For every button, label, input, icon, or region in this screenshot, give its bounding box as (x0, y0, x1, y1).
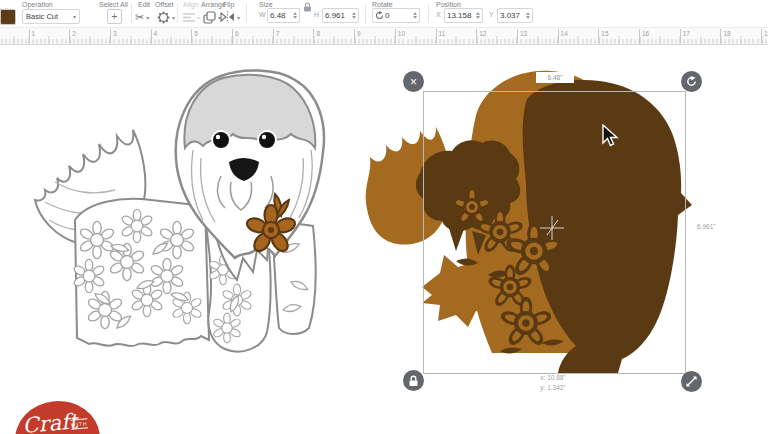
logo-word-with: with (70, 418, 88, 429)
stepper-icon[interactable] (352, 12, 356, 19)
position-y-input[interactable] (500, 11, 525, 20)
ruler-number: 8 (313, 29, 320, 43)
operation-value: Basic Cut (26, 12, 58, 21)
chevron-down-icon: ▾ (73, 13, 76, 20)
chevron-down-icon: ▾ (146, 14, 149, 21)
dog-eye-right (259, 132, 275, 148)
selection-x-label: x: 10.88" (540, 374, 565, 381)
ruler-number: 15 (598, 29, 608, 43)
dog-eye-left (213, 132, 229, 148)
flip-label: Flip (223, 1, 234, 8)
ruler-number: 6 (232, 29, 239, 43)
toolbar-divider (131, 4, 132, 23)
chevron-down-icon: ▾ (172, 14, 175, 21)
width-field[interactable] (267, 8, 300, 23)
lock-handle[interactable] (403, 370, 424, 391)
selection-height-label: 6.961" (697, 223, 716, 230)
select-all-button[interactable]: + (107, 9, 122, 24)
lock-icon (408, 375, 419, 387)
x-prefix: X (436, 11, 441, 18)
operation-label: Operation (22, 1, 53, 8)
offset-icon (157, 11, 170, 24)
operation-dropdown[interactable]: Basic Cut ▾ (22, 9, 80, 24)
toolbar-divider (365, 4, 366, 23)
flip-button[interactable]: ▾ (220, 9, 240, 25)
toolbar-divider (246, 4, 247, 23)
height-field[interactable] (322, 8, 359, 23)
rotate-input[interactable] (385, 11, 412, 20)
y-prefix: Y (489, 11, 494, 18)
ruler-number: 9 (354, 29, 361, 43)
ruler-number: 2 (69, 29, 76, 43)
color-swatch[interactable] (0, 9, 16, 25)
edit-toolbar: Operation Basic Cut ▾ Select All + Edit … (0, 0, 768, 27)
close-icon: × (410, 76, 417, 88)
ruler-number: 1 (29, 29, 36, 43)
resize-arrows-icon (686, 376, 697, 387)
dog-body-mandala (73, 199, 209, 346)
ruler-number: 7 (273, 29, 280, 43)
rotate-arrow-icon (686, 76, 697, 87)
align-button[interactable]: ▾ (183, 9, 200, 25)
ruler-number: 4 (151, 29, 158, 43)
scissors-icon: ✂ (135, 12, 144, 23)
chevron-down-icon: ▾ (197, 14, 200, 21)
ruler-number: 12 (476, 29, 486, 43)
stepper-icon[interactable] (413, 12, 417, 19)
stepper-icon[interactable] (526, 12, 530, 19)
delete-handle[interactable]: × (403, 71, 424, 92)
craft-with-sarah-logo: Craft with Sarah (12, 397, 103, 434)
rotate-field[interactable] (372, 8, 420, 23)
position-label: Position (436, 1, 461, 8)
ruler-number: 11 (436, 29, 446, 43)
width-prefix: W (259, 11, 266, 18)
dog-design-white[interactable] (25, 50, 355, 375)
arrange-icon (203, 11, 216, 24)
arrange-button[interactable]: ▾ (203, 9, 221, 25)
ruler-number: 14 (558, 29, 568, 43)
height-prefix: H (314, 11, 319, 18)
selection-y-label: y: 1.342" (540, 384, 565, 391)
app-window: Operation Basic Cut ▾ Select All + Edit … (0, 0, 768, 434)
mouse-cursor (602, 124, 619, 148)
ruler-number: 5 (191, 29, 198, 43)
position-x-input[interactable] (447, 11, 475, 20)
chevron-down-icon: ▾ (237, 14, 240, 21)
width-input[interactable] (270, 11, 292, 20)
resize-handle[interactable] (681, 371, 702, 392)
stepper-icon[interactable] (476, 12, 480, 19)
selection-width-label: 6.48" (536, 72, 574, 83)
align-label: Align (183, 1, 199, 8)
toolbar-divider (428, 4, 429, 23)
ruler-number: 17 (680, 29, 690, 43)
flip-icon (220, 11, 235, 23)
plus-icon: + (112, 12, 118, 22)
height-input[interactable] (325, 11, 351, 20)
rotate-handle[interactable] (681, 71, 702, 92)
offset-label: Offset (155, 1, 174, 8)
ruler-number: 10 (395, 29, 405, 43)
horizontal-ruler: 12345678910111213141516171819 (0, 27, 768, 45)
toolbar-divider (177, 4, 178, 23)
size-label: Size (259, 1, 273, 8)
position-x-field[interactable] (444, 8, 483, 23)
center-crosshair-icon (538, 214, 566, 242)
stepper-icon[interactable] (293, 12, 297, 19)
ruler-number: 18 (720, 29, 730, 43)
lock-aspect-icon[interactable] (303, 2, 312, 12)
edit-label: Edit (138, 1, 150, 8)
ruler-number: 3 (110, 29, 117, 43)
rotate-label: Rotate (372, 1, 393, 8)
offset-button[interactable]: ▾ (157, 9, 175, 25)
position-y-field[interactable] (497, 8, 533, 23)
ruler-number: 16 (639, 29, 649, 43)
ruler-number: 13 (517, 29, 527, 43)
select-all-label: Select All (99, 1, 128, 8)
rotate-icon (375, 11, 384, 20)
align-icon (183, 12, 195, 23)
edit-button[interactable]: ✂ ▾ (135, 9, 149, 25)
ruler-number: 19 (761, 29, 768, 43)
